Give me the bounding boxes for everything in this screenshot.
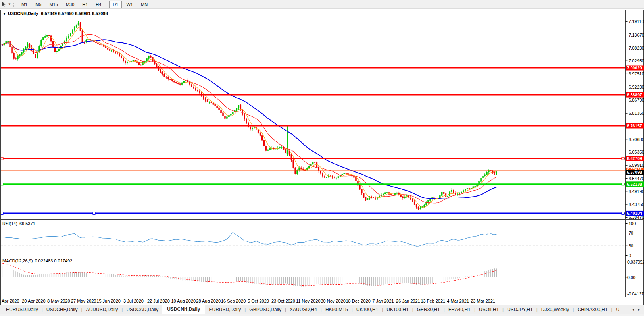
price-label-text: 6.76157 [627,123,642,128]
tab-uk100-h1[interactable]: UK100,H1 [353,306,382,314]
macd-name: MACD(12,26,9) [2,258,33,263]
price-tick-label: 6.86790 [629,98,644,102]
date-label: 1 Apr 2020 [0,299,19,303]
rsi-pane [1,232,625,246]
chart-collapse-icon[interactable]: ▼ [3,12,6,16]
date-axis: 1 Apr 202020 Apr 20208 May 202027 May 20… [0,299,495,303]
date-label: 22 Jul 2020 [147,299,170,303]
price-label-text: 7.00029 [627,66,642,70]
rsi-line [2,232,497,246]
tab-eurusd-daily[interactable]: EURUSD,Daily [2,306,42,314]
tab-scroll-right-icon[interactable]: ► [636,308,642,312]
tab-hk50-m15[interactable]: HK50,M15 [322,306,352,314]
price-tick-label: 6.92230 [629,85,644,89]
rsi-name: RSI(14) [2,221,17,226]
price-axis: 7.191107.136707.082307.029506.975106.922… [626,19,644,220]
tab-scroll-buttons: ◄ ► [630,308,644,312]
chart-header: ▼USDCNH,Daily6.57349 6.57650 6.56981 6.5… [3,11,108,16]
price-label-text: 6.52138 [627,182,642,187]
price-tick-label: 6.81350 [629,111,644,116]
price-label-text: 6.88897 [627,92,642,97]
tab-uk100-h1[interactable]: UK100,H1 [383,306,412,314]
tab-usdchf-daily[interactable]: USDCHF,Daily [43,306,81,314]
price-tick-label: 6.54470 [629,176,644,181]
symbol-tab-bar: EURUSD,Daily|USDCHF,Daily|AUDUSD,Daily|U… [0,305,644,314]
date-label: 10 Aug 2020 [171,299,196,303]
date-label: 8 May 2020 [47,299,70,303]
price-tick-label: 6.70630 [629,137,644,142]
date-label: 11 Nov 2020 [296,299,321,303]
ma-mid-line [2,34,497,203]
macd-pane [2,263,497,287]
macd-tick-label: 0.00 [627,275,636,280]
price-tick-label: 6.49190 [629,189,644,194]
date-label: 30 Nov 2020 [321,299,346,303]
tab-ger30-h1[interactable]: GER30,H1 [413,306,444,314]
tab-usdjpy-h1[interactable]: USDJPY,H1 [504,306,536,314]
symbol-tabs: EURUSD,Daily|USDCHF,Daily|AUDUSD,Daily|U… [2,306,623,314]
tab-xauusd-h4[interactable]: XAUUSD,H4 [286,306,321,314]
chart-area[interactable]: 7.191107.136707.082307.029506.975106.922… [0,0,644,316]
tab-china300-h1[interactable]: CHINA300,H1 [574,306,611,314]
price-tick-label: 6.97510 [629,71,644,76]
tab-gbpusd-daily[interactable]: GBPUSD,Daily [246,306,285,314]
price-label-text: 6.40104 [627,211,642,216]
rsi-indicator-label: RSI(14)66.5371 [2,221,35,226]
tab-usdcad-daily[interactable]: USDCAD,Daily [123,306,162,314]
price-tick-label: 6.43750 [629,202,644,207]
tab-dj30-weekly[interactable]: DJ30,Weekly [538,306,573,314]
line-handle[interactable] [93,212,95,214]
date-label: 5 Oct 2020 [248,299,269,303]
tab-usdcnh-daily[interactable]: USDCNH,Daily [162,305,205,314]
rsi-tick-label: 70 [629,231,633,235]
price-label-text: 6.62709 [627,156,642,161]
indicator-axes: 100703000.0379920.00-0.041276 [626,221,644,297]
line-handle[interactable] [1,157,3,160]
ma-fast-line [2,27,497,207]
tab-u[interactable]: U [613,306,623,314]
line-handle[interactable] [1,183,3,185]
date-label: 3 Jul 2020 [123,299,144,303]
rsi-value: 66.5371 [19,221,35,226]
moving-average-lines [2,27,497,207]
macd-tick-label: -0.041276 [627,291,644,296]
date-label: 4 Mar 2021 [447,299,469,303]
tab-eurusd-daily[interactable]: EURUSD,Daily [205,306,244,314]
status-strip [0,314,644,316]
price-tick-label: 7.13670 [629,33,644,37]
date-label: 16 Sep 2020 [221,299,246,303]
horizontal-level-lines[interactable] [1,68,625,214]
date-label: 20 Apr 2020 [22,299,45,303]
tab-usoil-h1[interactable]: USOil,H1 [475,306,502,314]
tab-scroll-left-icon[interactable]: ◄ [630,308,636,312]
price-tick-label: 7.19110 [629,19,644,24]
price-tick-label: 6.59910 [629,163,644,168]
date-label: 28 Aug 2020 [196,299,221,303]
price-tick-label: 7.02950 [629,58,644,63]
date-label: 13 Feb 2021 [421,299,445,303]
tab-audusd-daily[interactable]: AUDUSD,Daily [83,306,122,314]
macd-tick-label: 0.037992 [627,260,644,264]
date-label: 7 Jan 2021 [372,299,394,303]
date-label: 26 Jan 2021 [396,299,420,303]
line-handle[interactable] [1,212,3,214]
tab-fra40-h1[interactable]: FRA40,H1 [445,306,474,314]
rsi-tick-label: 30 [629,243,633,248]
date-label: 23 Mar 2021 [471,299,495,303]
date-label: 15 Jun 2020 [96,299,121,303]
line-handle[interactable] [622,157,624,160]
date-label: 18 Dec 2020 [346,299,370,303]
line-handle[interactable] [622,183,624,185]
line-handle[interactable] [622,212,624,214]
macd-values: 0.022483 0.017492 [35,258,72,263]
macd-indicator-label: MACD(12,26,9)0.022483 0.017492 [2,258,72,263]
date-label: 23 Oct 2020 [271,299,295,303]
rsi-tick-label: 0 [629,253,631,258]
price-tick-label: 6.65350 [629,150,644,154]
rsi-tick-label: 100 [629,221,636,226]
ma-slow-line [2,40,497,198]
price-label-text: 6.57098 [627,170,642,175]
chart-ohlc-values: 6.57349 6.57650 6.56981 6.57098 [41,11,108,16]
date-label: 27 May 2020 [71,299,96,303]
price-tick-label: 7.08230 [629,46,644,50]
